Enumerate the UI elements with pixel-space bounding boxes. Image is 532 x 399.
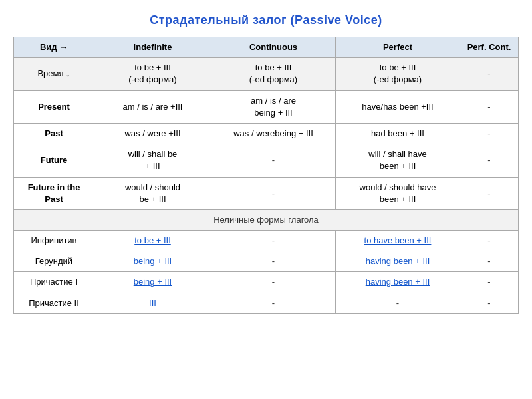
cell-part2-cont: - xyxy=(211,293,336,313)
cell-present-perf: have/has been +III xyxy=(336,90,460,123)
cell-inf-pc: - xyxy=(460,231,519,251)
cell-present-indef: am / is / are +III xyxy=(94,90,211,123)
cell-ger-cont: - xyxy=(211,251,336,272)
link-part1-indef[interactable]: being + III xyxy=(134,277,172,287)
cell-futurepast-indef: would / should be + III xyxy=(94,177,211,209)
cell-part1-indef[interactable]: being + III xyxy=(94,272,211,293)
cell-future-perf: will / shall have been + III xyxy=(336,144,460,177)
cell-present-pc: - xyxy=(460,90,519,123)
table-header-row: Вид → Indefinite Continuous Perfect Perf… xyxy=(14,37,519,58)
header-continuous: Continuous xyxy=(211,37,336,58)
cell-vremya-pc: - xyxy=(460,58,519,90)
passive-voice-table: Вид → Indefinite Continuous Perfect Perf… xyxy=(13,37,519,314)
header-vid: Вид → xyxy=(14,37,94,58)
link-part2-indef[interactable]: III xyxy=(149,298,156,308)
cell-inf-label: Инфинитив xyxy=(14,231,94,251)
cell-futurepast-pc: - xyxy=(460,177,519,209)
cell-futurepast-label: Future in the Past xyxy=(14,177,94,209)
table-row-vremya: Время ↓ to be + III (-ed форма) to be + … xyxy=(14,58,519,90)
cell-ger-perf[interactable]: having been + III xyxy=(336,251,460,272)
cell-inf-perf[interactable]: to have been + III xyxy=(336,231,460,251)
cell-past-cont: was / werebeing + III xyxy=(211,123,336,144)
cell-vremya-indef: to be + III (-ed форма) xyxy=(94,58,211,90)
cell-future-cont: - xyxy=(211,144,336,177)
cell-past-perf: had been + III xyxy=(336,123,460,144)
cell-future-label: Future xyxy=(14,144,94,177)
header-perfect: Perfect xyxy=(336,37,460,58)
cell-futurepast-perf: would / should have been + III xyxy=(336,177,460,209)
cell-vremya-perf: to be + III (-ed форма) xyxy=(336,58,460,90)
cell-past-label: Past xyxy=(14,123,94,144)
table-row-futurepast: Future in the Past would / should be + I… xyxy=(14,177,519,209)
cell-ger-pc: - xyxy=(460,251,519,272)
cell-ger-indef[interactable]: being + III xyxy=(94,251,211,272)
table-row-gerund: Герундий being + III - having been + III… xyxy=(14,251,519,272)
cell-part1-label: Причастие I xyxy=(14,272,94,293)
cell-nonfinite-label: Неличные формы глагола xyxy=(14,209,519,230)
cell-inf-cont: - xyxy=(211,231,336,251)
link-part1-perf[interactable]: having been + III xyxy=(366,277,430,287)
cell-past-pc: - xyxy=(460,123,519,144)
cell-inf-indef[interactable]: to be + III xyxy=(94,231,211,251)
cell-vremya-cont: to be + III (-ed форма) xyxy=(211,58,336,90)
cell-future-indef: will / shall be + III xyxy=(94,144,211,177)
link-inf-perf[interactable]: to have been + III xyxy=(364,235,432,245)
cell-part2-perf: - xyxy=(336,293,460,313)
table-row-infinitive: Инфинитив to be + III - to have been + I… xyxy=(14,231,519,251)
header-indefinite: Indefinite xyxy=(94,37,211,58)
cell-vremya-label: Время ↓ xyxy=(14,58,94,90)
cell-part2-indef[interactable]: III xyxy=(94,293,211,313)
cell-ger-label: Герундий xyxy=(14,251,94,272)
cell-part1-perf[interactable]: having been + III xyxy=(336,272,460,293)
cell-part2-pc: - xyxy=(460,293,519,313)
cell-futurepast-cont: - xyxy=(211,177,336,209)
table-row-past: Past was / were +III was / werebeing + I… xyxy=(14,123,519,144)
cell-future-pc: - xyxy=(460,144,519,177)
link-ger-perf[interactable]: having been + III xyxy=(366,256,430,266)
cell-present-label: Present xyxy=(14,90,94,123)
link-inf-indef[interactable]: to be + III xyxy=(134,235,171,245)
link-ger-indef[interactable]: being + III xyxy=(134,256,172,266)
page-title: Страдательный залог (Passive Voice) xyxy=(150,13,382,27)
cell-part1-pc: - xyxy=(460,272,519,293)
table-row-participle1: Причастие I being + III - having been + … xyxy=(14,272,519,293)
header-perf-cont: Perf. Cont. xyxy=(460,37,519,58)
table-row-future: Future will / shall be + III - will / sh… xyxy=(14,144,519,177)
cell-part1-cont: - xyxy=(211,272,336,293)
cell-present-cont: am / is / are being + III xyxy=(211,90,336,123)
cell-past-indef: was / were +III xyxy=(94,123,211,144)
table-row-present: Present am / is / are +III am / is / are… xyxy=(14,90,519,123)
table-row-participle2: Причастие II III - - - xyxy=(14,293,519,313)
table-row-nonfinite: Неличные формы глагола xyxy=(14,209,519,230)
cell-part2-label: Причастие II xyxy=(14,293,94,313)
